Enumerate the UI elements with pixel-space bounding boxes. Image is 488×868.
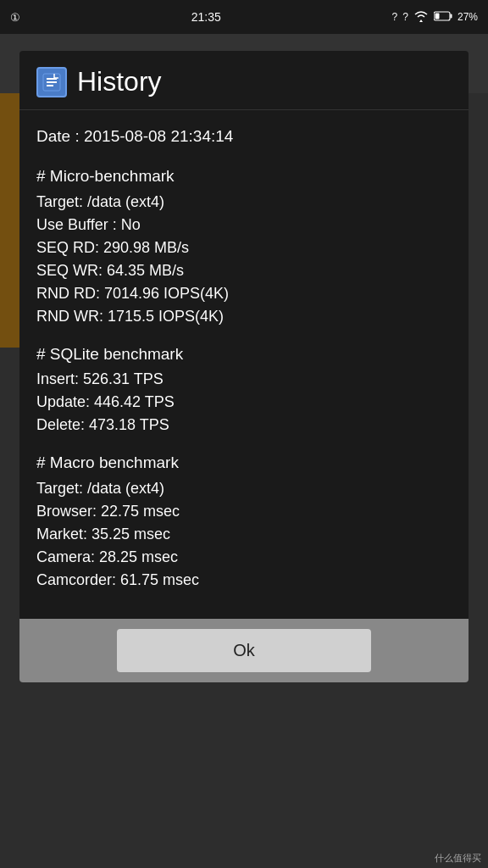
question-icon-1: ? [392,11,398,23]
macro-benchmark-section: # Macro benchmark Target: /data (ext4) B… [36,450,452,591]
watermark: 什么值得买 [435,852,481,865]
micro-target: Target: /data (ext4) [36,191,452,214]
status-right: ? ? 27% [392,10,478,25]
micro-rnd-rd: RND RD: 7014.96 IOPS(4K) [36,282,452,305]
wifi-icon [413,10,429,25]
dialog-buttons: Ok [19,619,469,682]
app-background: History Date : 2015-08-08 21:34:14 # Mic… [0,34,488,868]
micro-seq-rd: SEQ RD: 290.98 MB/s [36,236,452,259]
micro-use-buffer: Use Buffer : No [36,214,452,236]
dialog-content: Date : 2015-08-08 21:34:14 # Micro-bench… [19,110,469,619]
macro-market: Market: 35.25 msec [36,523,452,546]
ok-button[interactable]: Ok [117,629,371,672]
battery-percent: 27% [458,11,478,23]
sqlite-insert: Insert: 526.31 TPS [36,368,452,391]
history-dialog: History Date : 2015-08-08 21:34:14 # Mic… [19,51,469,682]
sqlite-benchmark-header: # SQLite benchmark [36,342,452,366]
macro-target: Target: /data (ext4) [36,477,452,500]
status-bar: ① 21:35 ? ? 27% [0,0,488,34]
question-icon-2: ? [402,11,408,23]
status-left: ① [10,11,20,24]
dialog-title-text: History [77,66,162,97]
svg-rect-1 [450,14,452,18]
macro-browser: Browser: 22.75 msec [36,500,452,523]
micro-benchmark-section: # Micro-benchmark Target: /data (ext4) U… [36,164,452,327]
micro-benchmark-header: # Micro-benchmark [36,164,452,188]
sqlite-update: Update: 446.42 TPS [36,391,452,414]
dialog-title-bar: History [19,51,469,110]
svg-rect-2 [435,13,439,19]
date-line: Date : 2015-08-08 21:34:14 [36,124,452,148]
dialog-history-icon [36,67,67,97]
micro-rnd-wr: RND WR: 1715.5 IOPS(4K) [36,305,452,328]
status-signal-icon: ① [10,11,20,24]
macro-benchmark-header: # Macro benchmark [36,450,452,475]
macro-camcorder: Camcorder: 61.75 msec [36,569,452,592]
sqlite-benchmark-section: # SQLite benchmark Insert: 526.31 TPS Up… [36,342,452,437]
battery-icon [434,11,452,24]
macro-camera: Camera: 28.25 msec [36,546,452,569]
dialog-overlay: History Date : 2015-08-08 21:34:14 # Mic… [0,34,488,868]
status-time: 21:35 [191,10,221,24]
sqlite-delete: Delete: 473.18 TPS [36,414,452,437]
micro-seq-wr: SEQ WR: 64.35 MB/s [36,259,452,282]
